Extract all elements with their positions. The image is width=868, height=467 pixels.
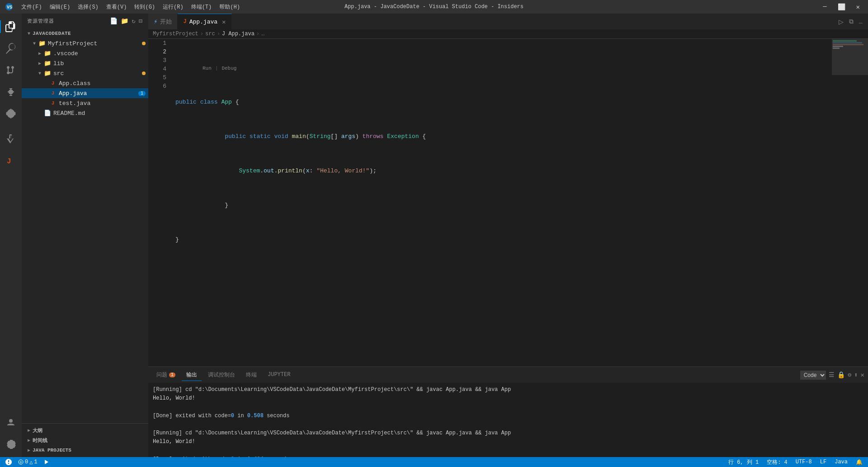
modified-dot <box>142 42 146 45</box>
status-eol[interactable]: LF <box>818 459 828 465</box>
window-close[interactable]: ✕ <box>853 2 863 12</box>
window-restore[interactable]: ⬜ <box>834 2 849 12</box>
panel-filter-icon[interactable]: ☰ <box>829 371 835 379</box>
file-appjava-label: App.java <box>59 90 138 97</box>
new-file-icon[interactable]: 📄 <box>110 17 118 25</box>
breadcrumb-file[interactable]: J App.java <box>222 31 255 37</box>
folder-vscode-label: .vscode <box>53 50 148 57</box>
java-projects-label: JAVA PROJECTS <box>33 448 148 453</box>
more-actions-icon[interactable]: … <box>857 17 864 26</box>
new-folder-icon[interactable]: 📁 <box>121 17 129 25</box>
spaces-label: 空格: 4 <box>767 458 788 466</box>
sidebar-item-src[interactable]: ▼ 📁 src <box>22 68 148 78</box>
arrow-icon: ▶ <box>36 61 43 66</box>
menu-edit[interactable]: 编辑(E) <box>47 2 73 12</box>
output-label: 输出 <box>186 371 197 379</box>
notifications-icon: 🔔 <box>856 459 863 466</box>
tab-appjava[interactable]: J App.java ✕ <box>178 14 231 29</box>
tab-close-button[interactable]: ✕ <box>222 18 226 26</box>
breadcrumb-src[interactable]: src <box>205 31 215 37</box>
panel: 问题 1 输出 调试控制台 终端 JUPYTER Code <box>148 367 868 457</box>
collapse-arrow: ▼ <box>25 31 33 36</box>
sidebar-java-panel[interactable]: ▶ JAVA PROJECTS <box>22 445 148 455</box>
vscode-logo-icon: VS <box>5 2 14 11</box>
status-language[interactable]: Java <box>833 459 849 465</box>
menu-view[interactable]: 查看(V) <box>104 2 130 12</box>
menu-run[interactable]: 运行(R) <box>160 2 186 12</box>
breadcrumb-project[interactable]: MyfirstProject <box>153 31 198 37</box>
activity-debug-icon[interactable] <box>0 81 22 103</box>
tab-welcome[interactable]: ⚡ 开始 <box>148 14 178 29</box>
sidebar-item-testjava[interactable]: ▶ J test.java <box>22 98 148 108</box>
menu-file[interactable]: 文件(F) <box>19 2 45 12</box>
breadcrumb-sep2: › <box>217 31 220 37</box>
panel-lock-icon[interactable]: 🔒 <box>837 371 845 379</box>
status-errors[interactable]: 0 0 △ 1 <box>16 459 39 466</box>
activity-files-icon[interactable] <box>0 16 22 38</box>
activity-extensions-icon[interactable] <box>0 103 22 124</box>
panel-clear-icon[interactable]: ⊖ <box>848 371 851 379</box>
run-debug-hint: Run | Debug <box>175 65 832 72</box>
debug-hint[interactable]: Debug <box>222 64 236 73</box>
panel-tabs: 问题 1 输出 调试控制台 终端 JUPYTER Code <box>148 367 868 383</box>
tab-welcome-label: 开始 <box>160 18 172 26</box>
activity-search-icon[interactable] <box>0 38 22 59</box>
code-editor[interactable]: 1 2 3 4 5 6 Run | Debug public class App… <box>148 39 868 367</box>
file-testjava-label: test.java <box>59 100 148 107</box>
run-button[interactable]: ▷ <box>837 17 845 26</box>
menu-select[interactable]: 选择(S) <box>75 2 101 12</box>
status-encoding[interactable]: UTF-8 <box>794 459 814 465</box>
panel-tab-jupyter[interactable]: JUPYTER <box>263 370 295 380</box>
window-minimize[interactable]: ─ <box>819 2 830 11</box>
title-bar-title: App.java - JavaCodeDate - Visual Studio … <box>344 4 524 10</box>
run-hint[interactable]: Run <box>203 64 212 73</box>
minimap-content <box>832 39 868 50</box>
sidebar-item-appjava[interactable]: ▶ J App.java 1 <box>22 88 148 98</box>
activity-java-icon[interactable]: J <box>0 150 22 172</box>
folder-myfirstproject-label: MyfirstProject <box>48 40 142 47</box>
status-remote-icon[interactable] <box>4 459 14 465</box>
arrow-icon: ▶ <box>25 428 33 433</box>
split-editor-icon[interactable]: ⧉ <box>847 17 855 26</box>
code-content[interactable]: Run | Debug public class App { public st… <box>171 39 832 367</box>
refresh-icon[interactable]: ↻ <box>132 17 136 25</box>
errors-count: 0 <box>25 459 28 465</box>
sidebar-item-appclass[interactable]: ▶ J App.class <box>22 78 148 88</box>
tree-root[interactable]: ▼ JAVACODEDATE <box>22 29 148 38</box>
status-position[interactable]: 行 6, 列 1 <box>726 458 760 466</box>
sidebar-item-myfirstproject[interactable]: ▼ 📁 MyfirstProject <box>22 38 148 48</box>
menu-help[interactable]: 帮助(H) <box>217 2 243 12</box>
sidebar-item-lib[interactable]: ▶ 📁 lib <box>22 58 148 68</box>
sidebar-outline-panel[interactable]: ▶ 大纲 <box>22 425 148 435</box>
status-left: 0 0 △ 1 <box>4 459 51 466</box>
output-line-2: Hello, World! <box>153 394 863 403</box>
activity-source-control-icon[interactable] <box>0 59 22 81</box>
panel-tab-output[interactable]: 输出 <box>182 369 202 381</box>
status-run-icon[interactable] <box>42 459 51 465</box>
output-line-5: Hello, World! <box>153 438 863 446</box>
menu-terminal[interactable]: 终端(T) <box>189 2 215 12</box>
panel-close-icon[interactable]: ✕ <box>861 371 864 379</box>
problems-badge: 1 <box>169 372 175 377</box>
collapse-all-icon[interactable]: ⊟ <box>139 17 143 25</box>
activity-account-icon[interactable] <box>0 411 22 433</box>
menu-goto[interactable]: 转到(G) <box>132 2 158 12</box>
status-notifications[interactable]: 🔔 <box>854 459 864 466</box>
panel-tab-debug[interactable]: 调试控制台 <box>203 369 240 381</box>
panel-maximize-icon[interactable]: ⬆ <box>854 371 858 379</box>
sidebar-item-readme[interactable]: ▶ 📄 README.md <box>22 108 148 118</box>
sidebar-timeline-panel[interactable]: ▶ 时间线 <box>22 435 148 445</box>
sidebar-item-vscode[interactable]: ▶ 📁 .vscode <box>22 48 148 58</box>
activity-test-icon[interactable] <box>0 128 22 150</box>
panel-tab-terminal[interactable]: 终端 <box>241 369 261 381</box>
svg-marker-6 <box>45 460 48 464</box>
folder-lib-label: lib <box>53 60 148 67</box>
panel-tab-problems[interactable]: 问题 1 <box>152 369 180 381</box>
keyword-class: class <box>200 98 218 106</box>
status-spaces[interactable]: 空格: 4 <box>765 458 789 466</box>
output-source-select[interactable]: Code <box>800 371 826 380</box>
activity-settings-icon[interactable] <box>0 433 22 455</box>
arrow-icon: ▶ <box>25 448 33 453</box>
keyword-public: public <box>175 98 197 106</box>
breadcrumb-symbol[interactable]: … <box>261 31 264 37</box>
